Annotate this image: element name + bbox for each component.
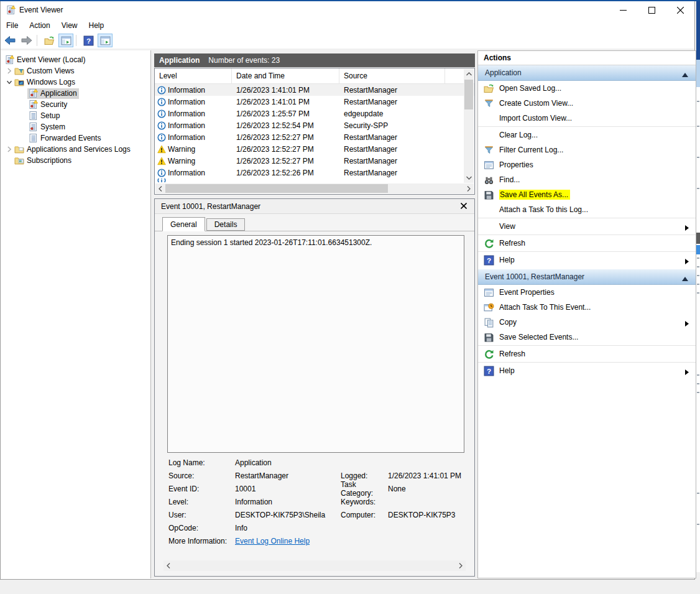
save-icon <box>484 332 494 343</box>
table-row[interactable]: Information 1/26/2023 1:25:57 PM edgeupd… <box>155 108 474 119</box>
tree-item-subscriptions[interactable]: Subscriptions <box>1 155 150 166</box>
show-console-tree-button[interactable] <box>58 34 73 47</box>
collapse-section-icon[interactable] <box>682 274 688 283</box>
field-value: Application <box>235 458 341 467</box>
field-label: Keywords: <box>341 498 388 506</box>
forward-button[interactable] <box>19 34 34 47</box>
setup-log-icon <box>28 111 38 121</box>
tree-item-forwarded-events[interactable]: Forwarded Events <box>1 132 150 144</box>
help-button[interactable] <box>81 34 96 47</box>
expand-chevron-icon[interactable] <box>5 67 14 75</box>
action-properties[interactable]: Properties <box>478 157 696 172</box>
back-button[interactable] <box>2 34 17 47</box>
close-button[interactable] <box>666 1 694 19</box>
action-event-properties[interactable]: Event Properties <box>478 285 696 300</box>
preview-title: Event 10001, RestartManager <box>161 202 260 211</box>
table-row[interactable]: Warning 1/26/2023 12:52:27 PM RestartMan… <box>155 143 474 155</box>
show-action-pane-button[interactable] <box>98 34 113 47</box>
tree-item-root[interactable]: Event Viewer (Local) <box>1 54 150 65</box>
information-icon <box>157 86 166 95</box>
tree-item-applications-services-logs[interactable]: Applications and Services Logs <box>1 144 150 155</box>
column-header-source[interactable]: Source <box>339 68 445 83</box>
scroll-left-icon[interactable] <box>155 183 165 193</box>
subscriptions-icon <box>14 155 24 165</box>
scrollbar-thumb[interactable] <box>165 184 388 193</box>
cell-level: Warning <box>168 145 195 154</box>
actions-section-application[interactable]: Application <box>478 65 696 81</box>
menu-file[interactable]: File <box>1 19 24 32</box>
field-value: RestartManager <box>235 471 341 480</box>
table-horizontal-scrollbar[interactable] <box>155 183 474 193</box>
scroll-down-icon[interactable] <box>464 173 474 183</box>
action-refresh[interactable]: Refresh <box>478 236 696 251</box>
action-filter-current-log[interactable]: Filter Current Log... <box>478 142 696 157</box>
event-log-online-help-link[interactable]: Event Log Online Help <box>235 537 341 545</box>
column-header-date[interactable]: Date and Time <box>232 68 339 83</box>
action-attach-task-to-log[interactable]: Attach a Task To this Log... <box>478 202 696 217</box>
security-log-icon <box>28 100 38 109</box>
tree-item-custom-views[interactable]: Custom Views <box>1 65 150 77</box>
action-clear-log[interactable]: Clear Log... <box>478 128 696 142</box>
action-label: Create Custom View... <box>499 99 573 108</box>
tree-item-setup[interactable]: Setup <box>1 110 150 121</box>
tab-general[interactable]: General <box>162 217 205 231</box>
table-row[interactable]: Warning 1/26/2023 12:52:27 PM RestartMan… <box>155 155 474 167</box>
event-description: Ending session 1 started 2023-01-26T17:1… <box>171 238 372 247</box>
minimize-button[interactable] <box>609 1 637 19</box>
preview-horizontal-scrollbar[interactable] <box>163 560 466 571</box>
maximize-button[interactable] <box>637 1 666 19</box>
action-refresh-event[interactable]: Refresh <box>478 346 696 361</box>
action-create-custom-view[interactable]: Create Custom View... <box>478 96 696 111</box>
tree-item-windows-logs[interactable]: Windows Logs <box>1 77 150 88</box>
action-help[interactable]: Help <box>478 253 696 267</box>
action-copy[interactable]: Copy <box>478 315 696 330</box>
action-label: Attach Task To This Event... <box>499 303 591 312</box>
separator <box>478 251 696 252</box>
scroll-up-icon[interactable] <box>464 69 474 79</box>
action-attach-task-to-event[interactable]: Attach Task To This Event... <box>478 300 696 315</box>
scrollbar-thumb[interactable] <box>464 80 473 109</box>
table-row[interactable]: Information 1/26/2023 12:52:27 PM Restar… <box>155 131 474 143</box>
scroll-right-icon[interactable] <box>456 561 466 571</box>
collapse-section-icon[interactable] <box>682 70 688 79</box>
background-window-sliver <box>696 1 700 594</box>
action-help-event[interactable]: Help <box>478 363 696 378</box>
action-label: View <box>499 222 515 231</box>
tree-label: Windows Logs <box>27 78 75 86</box>
action-save-all-events-as[interactable]: Save All Events As... <box>478 187 696 202</box>
scroll-right-icon[interactable] <box>464 183 474 193</box>
events-table: Level Date and Time Source Information 1… <box>154 68 475 195</box>
action-find[interactable]: Find... <box>478 172 696 187</box>
table-row[interactable]: Information 1/26/2023 12:52:26 PM Restar… <box>155 167 474 179</box>
close-preview-icon[interactable] <box>459 202 468 210</box>
table-vertical-scrollbar[interactable] <box>464 69 474 183</box>
tab-details[interactable]: Details <box>206 218 246 231</box>
expand-chevron-icon[interactable] <box>5 145 14 154</box>
table-row[interactable]: Information 1/26/2023 1:41:01 PM Restart… <box>155 96 474 108</box>
column-header-level[interactable]: Level <box>155 68 232 83</box>
scroll-left-icon[interactable] <box>163 561 173 571</box>
help-icon <box>484 366 494 376</box>
action-view[interactable]: View <box>478 219 696 234</box>
application-log-icon <box>28 88 38 98</box>
information-icon <box>157 98 166 106</box>
menu-action[interactable]: Action <box>24 19 55 32</box>
table-row[interactable]: Information 1/26/2023 12:52:54 PM Securi… <box>155 119 474 131</box>
table-row[interactable]: Information 1/26/2023 1:41:01 PM Restart… <box>155 84 474 96</box>
warning-icon <box>157 145 166 154</box>
event-fields: Log Name:Application Source:RestartManag… <box>168 456 461 547</box>
action-open-saved-log[interactable]: Open Saved Log... <box>478 81 696 96</box>
tree-item-system[interactable]: System <box>1 121 150 132</box>
list-caption-count: Number of events: 23 <box>208 56 280 65</box>
tree-item-security[interactable]: Security <box>1 99 150 110</box>
titlebar: Event Viewer <box>1 1 694 19</box>
collapse-chevron-icon[interactable] <box>5 78 14 86</box>
open-saved-log-button[interactable] <box>42 34 57 47</box>
menu-help[interactable]: Help <box>83 19 110 32</box>
menu-view[interactable]: View <box>56 19 83 32</box>
sliver-dark-bar <box>696 233 700 244</box>
action-save-selected-events[interactable]: Save Selected Events... <box>478 330 696 345</box>
action-import-custom-view[interactable]: Import Custom View... <box>478 111 696 126</box>
tree-item-application[interactable]: Application <box>1 88 150 99</box>
actions-section-event[interactable]: Event 10001, RestartManager <box>478 269 696 285</box>
